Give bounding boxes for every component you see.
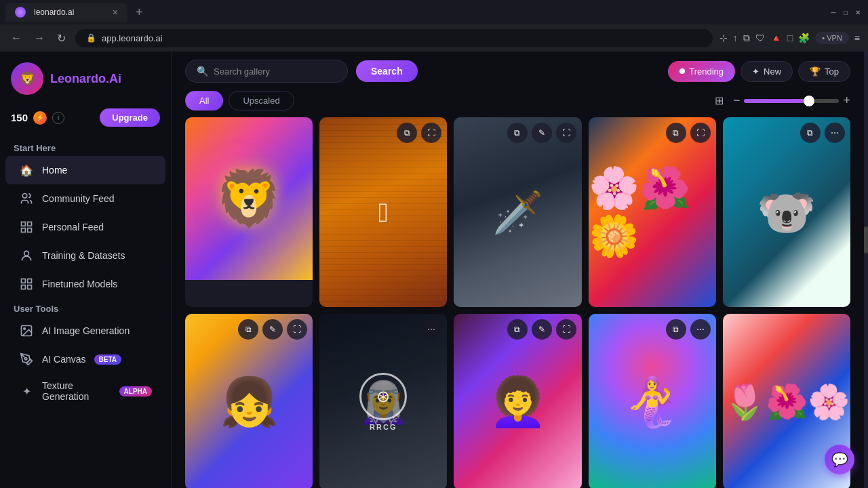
shield-icon[interactable]: 🛡 — [755, 33, 765, 43]
address-input[interactable]: 🔒 app.leonardo.ai — [75, 29, 713, 47]
sidebar-item-finetuned[interactable]: Finetuned Models — [5, 270, 165, 298]
gallery-grid: 🦁 ⧉ ⛶ 𓂀 — [185, 117, 850, 488]
gallery-item-7[interactable]: ⋯ 🧝‍♀️ ⊛ RRCG — [319, 314, 447, 488]
filter-tabs: All Upscaled ⊞ − + — [172, 91, 864, 117]
ai-canvas-icon — [19, 352, 34, 367]
grid-view-btn[interactable]: ⊞ — [712, 92, 726, 110]
svg-rect-9 — [28, 285, 32, 289]
svg-point-0 — [22, 194, 27, 199]
new-label: New — [764, 66, 781, 77]
svg-point-5 — [24, 251, 29, 256]
upscaled-tab-btn[interactable]: Upscaled — [229, 91, 294, 110]
sidebar-label-training: Training & Datasets — [42, 250, 125, 261]
sidebar-item-home[interactable]: 🏠 Home — [5, 156, 165, 184]
address-actions: ⊹ ↑ ⧉ 🛡 🔺 □ 🧩 • VPN ≡ — [719, 32, 860, 44]
watermark-circle-7: ⊛ — [359, 373, 407, 420]
scroll-indicator[interactable] — [864, 52, 868, 488]
sidebar-item-personal-feed[interactable]: Personal Feed — [5, 213, 165, 241]
sidebar-label-ai-image: AI Image Generation — [42, 325, 130, 336]
upgrade-button[interactable]: Upgrade — [100, 108, 160, 127]
logo-avatar: 🦁 — [11, 62, 43, 95]
home-icon: 🏠 — [19, 163, 34, 178]
menu-icon[interactable]: ≡ — [854, 33, 860, 43]
sidebar-label-personal: Personal Feed — [42, 222, 104, 232]
dots-btn-5[interactable]: ⋯ — [825, 123, 845, 143]
token-count: 150 — [11, 112, 28, 123]
sidebar-item-training[interactable]: Training & Datasets — [5, 241, 165, 270]
search-icon: 🔍 — [197, 66, 208, 77]
app-layout: 🦁 Leonardo.Ai 150 ⚡ i Upgrade Start Here… — [0, 52, 868, 488]
extensions-puzzle-icon[interactable]: 🧩 — [798, 33, 810, 43]
item-5-overlay: ⧉ ⋯ — [800, 123, 845, 143]
top-filter-btn[interactable]: 🏆 Top — [798, 61, 850, 82]
svg-rect-3 — [22, 228, 26, 232]
search-placeholder: Search gallery — [214, 66, 270, 77]
remix-btn-5[interactable]: ⧉ — [800, 123, 821, 143]
search-box[interactable]: 🔍 Search gallery — [185, 60, 348, 83]
profile-icon[interactable]: □ — [787, 33, 793, 43]
gallery-item-8[interactable]: ⧉ ✎ ⛶ 👩‍🦱 — [454, 314, 581, 488]
gallery-item-9[interactable]: ⧉ ⋯ 🧜‍♀️ — [589, 314, 716, 488]
gallery-item-4[interactable]: ⧉ ⛶ 🌸🌺🌼 — [589, 117, 716, 307]
new-tab-btn[interactable]: + — [130, 5, 149, 20]
sidebar-label-community: Community Feed — [42, 193, 115, 204]
gallery-item-3[interactable]: ⧉ ✎ ⛶ 🗡️ — [454, 117, 581, 307]
sidebar-logo: 🦁 Leonardo.Ai — [0, 62, 171, 108]
window-controls: ─ □ ✕ — [829, 7, 863, 17]
share-icon[interactable]: ↑ — [733, 33, 738, 43]
top-label: Top — [825, 66, 839, 77]
zoom-slider[interactable] — [744, 99, 839, 103]
sidebar-label-texture: Texture Generation — [42, 380, 111, 402]
gallery-item-6[interactable]: ⧉ ✎ ⛶ 👧 — [185, 314, 313, 488]
view-controls: ⊞ − + — [712, 92, 850, 110]
image-overlay-1: 🦁 — [185, 117, 313, 280]
texture-icon: ✦ — [19, 384, 34, 399]
tab-title: leonardo.ai — [34, 7, 74, 17]
gallery-item-5[interactable]: ⧉ ⋯ — [723, 117, 850, 307]
watermark-7: ⊛ RRCG — [319, 314, 447, 488]
tab-close-btn[interactable]: × — [113, 7, 118, 18]
scroll-thumb — [864, 226, 868, 253]
all-tab-btn[interactable]: All — [185, 91, 223, 110]
maximize-btn[interactable]: □ — [841, 7, 850, 17]
trending-filter-btn[interactable]: Trending — [668, 61, 735, 82]
brave-icon[interactable]: 🔺 — [770, 33, 782, 43]
reload-btn[interactable]: ↻ — [54, 29, 68, 47]
new-filter-btn[interactable]: ✦ New — [741, 61, 793, 82]
svg-rect-4 — [28, 228, 32, 232]
token-row: 150 ⚡ i Upgrade — [0, 108, 171, 138]
user-tools-label: User Tools — [0, 298, 171, 317]
token-icon: ⚡ — [33, 111, 47, 125]
sidebar-item-ai-image[interactable]: AI Image Generation — [5, 317, 165, 345]
chat-fab-button[interactable]: 💬 — [825, 445, 854, 474]
zoom-in-btn[interactable]: + — [843, 94, 850, 108]
sidebar-item-texture[interactable]: ✦ Texture Generation ALPHA — [5, 373, 165, 409]
extensions-icon[interactable]: ⧉ — [743, 33, 750, 44]
info-icon[interactable]: i — [52, 112, 64, 124]
bookmark-icon[interactable]: ⊹ — [719, 33, 728, 43]
gallery: 🦁 ⧉ ⛶ 𓂀 — [172, 117, 864, 488]
back-btn[interactable]: ← — [8, 29, 24, 47]
zoom-out-btn[interactable]: − — [733, 94, 741, 108]
forward-btn[interactable]: → — [31, 29, 47, 47]
tab-favicon — [15, 7, 26, 18]
svg-rect-1 — [22, 222, 26, 226]
sidebar-item-ai-canvas[interactable]: AI Canvas BETA — [5, 345, 165, 373]
minimize-btn[interactable]: ─ — [829, 7, 838, 17]
gallery-item-2[interactable]: ⧉ ⛶ 𓂀 — [319, 117, 447, 307]
sidebar-label-home: Home — [42, 165, 67, 176]
sidebar: 🦁 Leonardo.Ai 150 ⚡ i Upgrade Start Here… — [0, 52, 172, 488]
tab-bar: leonardo.ai × + ─ □ ✕ — [0, 0, 868, 24]
svg-rect-8 — [22, 285, 26, 289]
svg-rect-6 — [22, 279, 26, 283]
texture-alpha-badge: ALPHA — [119, 386, 152, 396]
svg-rect-7 — [28, 279, 32, 283]
sidebar-item-community-feed[interactable]: Community Feed — [5, 184, 165, 213]
search-button[interactable]: Search — [356, 60, 418, 82]
gallery-item-1[interactable]: 🦁 — [185, 117, 313, 307]
active-tab[interactable]: leonardo.ai × — [5, 3, 127, 22]
lock-icon: 🔒 — [86, 33, 96, 43]
svg-point-11 — [24, 328, 26, 330]
close-btn[interactable]: ✕ — [853, 7, 863, 17]
top-bar: 🔍 Search gallery Search Trending ✦ New 🏆… — [172, 52, 864, 91]
